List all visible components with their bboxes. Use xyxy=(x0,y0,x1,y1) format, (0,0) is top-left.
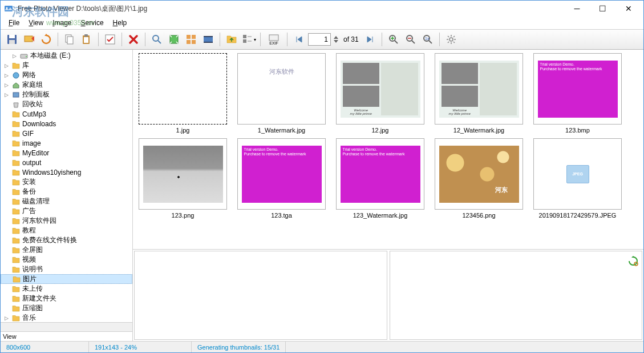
thumbnail-image[interactable]: Welcomemy little prince xyxy=(336,53,424,125)
thumbnail-grid[interactable]: 1.jpg河东软件1_Watermark.jpgWelcomemy little… xyxy=(133,50,643,250)
thumbnail-image[interactable]: Trial version Demo.Purchase to remove th… xyxy=(237,138,326,210)
exif-button[interactable]: EXIF xyxy=(264,31,283,47)
thumbnail-image[interactable]: 河东软件 xyxy=(237,53,326,125)
tree-item[interactable]: image xyxy=(1,138,132,148)
thumbnail-image[interactable]: Welcomemy little prince xyxy=(435,53,523,125)
zoom-button[interactable] xyxy=(149,31,165,47)
folder-icon xyxy=(11,295,21,303)
tree-item-label: CutMp3 xyxy=(22,110,46,118)
last-page-button[interactable] xyxy=(362,31,378,47)
paste-button[interactable] xyxy=(79,31,95,47)
tree-item[interactable]: 未上传 xyxy=(1,284,132,294)
menu-view[interactable]: View xyxy=(24,18,48,28)
tree-toggle-icon[interactable]: ▷ xyxy=(3,315,10,321)
settings-button[interactable] xyxy=(443,31,459,47)
menu-service[interactable]: Service xyxy=(76,18,108,28)
select-button[interactable] xyxy=(102,31,118,47)
tree-item[interactable]: 回收站 xyxy=(1,99,132,109)
fit-button[interactable] xyxy=(166,31,182,47)
up-folder-button[interactable] xyxy=(224,31,240,47)
thumbnail-image[interactable] xyxy=(139,53,227,125)
zoom-actual-button[interactable]: 1x xyxy=(420,31,436,47)
thumbnail-image[interactable] xyxy=(139,138,227,210)
tree-item[interactable]: 图片 xyxy=(1,274,132,284)
tree-item[interactable]: MyEditor xyxy=(1,148,132,158)
window-title: Free Photo Viewer D:\tools\桌面\图片\1.jpg xyxy=(18,4,564,14)
view-tab-label[interactable]: View xyxy=(1,331,132,341)
tree-item[interactable]: ▷家庭组 xyxy=(1,80,132,90)
page-input[interactable] xyxy=(308,33,331,46)
thumbnail-item[interactable]: 123.png xyxy=(139,138,227,219)
thumbnail-item[interactable]: 河东软件1_Watermark.jpg xyxy=(237,53,326,134)
preview-refresh-icon[interactable] xyxy=(628,256,638,266)
thumbnail-item[interactable]: Trial version Demo.Purchase to remove th… xyxy=(336,138,424,219)
maximize-button[interactable]: ☐ xyxy=(590,1,615,17)
tree-item[interactable]: ▷音乐 xyxy=(1,313,132,322)
thumbnail-image[interactable]: Trial version Demo.Purchase to remove th… xyxy=(336,138,424,210)
thumbnail-item[interactable]: Welcomemy little prince12.jpg xyxy=(336,53,424,134)
statusbar: 800x600 191x143 - 24% Generating thumbna… xyxy=(1,341,643,352)
minimize-button[interactable]: ─ xyxy=(564,1,590,17)
tree-item[interactable]: 河东软件园 xyxy=(1,216,132,226)
tree-item[interactable]: 视频 xyxy=(1,255,132,264)
tree-item[interactable]: 磁盘清理 xyxy=(1,196,132,206)
menu-help[interactable]: Help xyxy=(108,18,132,28)
preview-left[interactable] xyxy=(134,251,387,340)
thumbnails-button[interactable] xyxy=(183,31,199,47)
tree-item[interactable]: ▷控制面板 xyxy=(1,90,132,99)
thumbnail-item[interactable]: Welcomemy little prince12_Watermark.jpg xyxy=(435,53,523,134)
tree-item[interactable]: 安装 xyxy=(1,177,132,187)
folder-icon xyxy=(11,110,21,118)
tree-item[interactable]: 广告 xyxy=(1,206,132,216)
net-icon xyxy=(11,71,21,79)
thumbnail-image[interactable]: Trial version Demo.Purchase to remove th… xyxy=(533,53,622,125)
tree-toggle-icon[interactable]: ▷ xyxy=(3,63,10,69)
thumbnail-item[interactable]: Trial version Demo.Purchase to remove th… xyxy=(237,138,326,219)
tree-item[interactable]: 免费在线文件转换 xyxy=(1,235,132,245)
tree-item[interactable]: 压缩图 xyxy=(1,303,132,313)
thumbnail-filename: 20190918172429579.JPEG xyxy=(539,212,617,219)
view-mode-button[interactable]: ▾ xyxy=(241,31,257,47)
tree-item[interactable]: 全屏图 xyxy=(1,245,132,255)
tree-toggle-icon[interactable]: ▷ xyxy=(3,82,10,88)
tree-item[interactable]: 教程 xyxy=(1,226,132,235)
folder-tree[interactable]: ▷本地磁盘 (E:)▷库▷网络▷家庭组▷控制面板回收站CutMp3Downloa… xyxy=(1,50,132,322)
tree-toggle-icon[interactable]: ▷ xyxy=(3,73,10,78)
refresh-button[interactable] xyxy=(38,31,54,47)
tree-item[interactable]: 说明书 xyxy=(1,264,132,274)
thumbnail-item[interactable]: Trial version Demo.Purchase to remove th… xyxy=(533,53,622,134)
zoom-in-button[interactable] xyxy=(386,31,402,47)
tree-toggle-icon[interactable]: ▷ xyxy=(11,53,18,59)
tree-item[interactable]: Downloads xyxy=(1,119,132,129)
filmstrip-button[interactable] xyxy=(200,31,216,47)
delete-button[interactable] xyxy=(125,31,141,47)
thumbnail-item[interactable]: 1.jpg xyxy=(139,53,227,134)
save-button[interactable] xyxy=(4,31,20,47)
tree-toggle-icon[interactable]: ▷ xyxy=(3,92,10,98)
preview-right[interactable] xyxy=(390,251,643,340)
svg-rect-23 xyxy=(243,39,246,43)
tree-item[interactable]: ▷本地磁盘 (E:) xyxy=(1,51,132,61)
tree-item[interactable]: output xyxy=(1,158,132,167)
first-page-button[interactable] xyxy=(291,31,307,47)
copy-button[interactable] xyxy=(62,31,78,47)
thumbnail-image[interactable]: 河东 xyxy=(435,138,523,210)
close-button[interactable]: ✕ xyxy=(615,1,641,17)
slideshow-button[interactable] xyxy=(21,31,37,47)
menu-file[interactable]: File xyxy=(4,18,24,28)
tree-item[interactable]: Windows10yisheng xyxy=(1,167,132,177)
tree-item[interactable]: CutMp3 xyxy=(1,109,132,119)
svg-rect-10 xyxy=(84,37,88,43)
thumbnail-item[interactable]: JPEG20190918172429579.JPEG xyxy=(533,138,622,219)
tree-item[interactable]: ▷库 xyxy=(1,61,132,70)
tree-hscroll[interactable] xyxy=(1,322,132,331)
thumbnail-item[interactable]: 河东123456.png xyxy=(435,138,523,219)
tree-item[interactable]: 备份 xyxy=(1,187,132,196)
menu-image[interactable]: Image xyxy=(48,18,76,28)
page-stepper[interactable] xyxy=(332,31,340,47)
thumbnail-image[interactable]: JPEG xyxy=(533,138,622,210)
zoom-out-button[interactable] xyxy=(403,31,419,47)
tree-item[interactable]: 新建文件夹 xyxy=(1,294,132,303)
tree-item[interactable]: ▷网络 xyxy=(1,70,132,80)
tree-item[interactable]: GIF xyxy=(1,129,132,138)
